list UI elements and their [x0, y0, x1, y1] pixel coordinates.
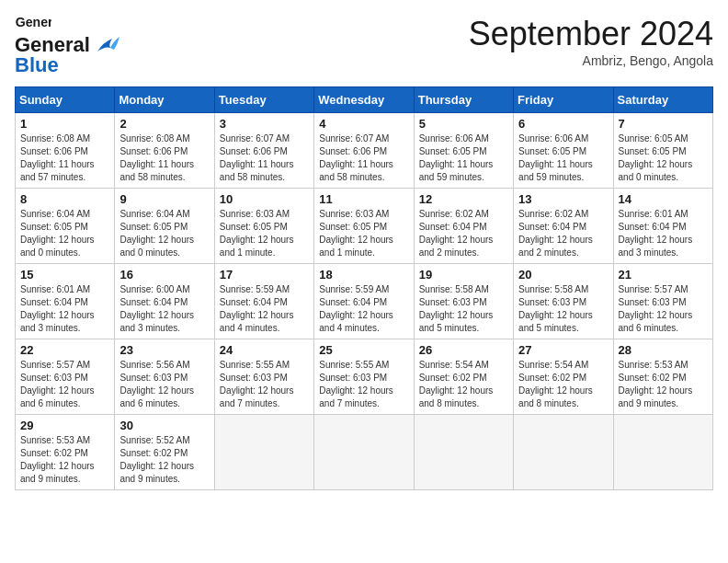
day-info: Sunrise: 6:03 AM Sunset: 6:05 PM Dayligh… — [319, 208, 408, 259]
calendar-week-2: 8 Sunrise: 6:04 AM Sunset: 6:05 PM Dayli… — [16, 189, 713, 264]
calendar-cell: 20 Sunrise: 5:58 AM Sunset: 6:03 PM Dayl… — [514, 264, 613, 339]
calendar-cell: 26 Sunrise: 5:54 AM Sunset: 6:02 PM Dayl… — [414, 339, 513, 415]
day-number: 30 — [119, 419, 209, 432]
day-info: Sunrise: 6:07 AM Sunset: 6:06 PM Dayligh… — [319, 132, 408, 184]
weekday-saturday: Saturday — [613, 87, 712, 113]
day-info: Sunrise: 6:02 AM Sunset: 6:04 PM Dayligh… — [419, 208, 508, 259]
day-number: 12 — [419, 192, 508, 206]
weekday-monday: Monday — [115, 87, 214, 113]
day-info: Sunrise: 5:54 AM Sunset: 6:02 PM Dayligh… — [419, 359, 508, 410]
day-number: 10 — [220, 192, 309, 206]
day-info: Sunrise: 5:53 AM Sunset: 6:02 PM Dayligh… — [20, 434, 109, 486]
day-info: Sunrise: 6:01 AM Sunset: 6:04 PM Dayligh… — [619, 208, 708, 259]
calendar-cell: 1 Sunrise: 6:08 AM Sunset: 6:06 PM Dayli… — [16, 113, 115, 189]
logo-bird-icon — [94, 35, 119, 55]
day-number: 3 — [220, 117, 309, 131]
weekday-thursday: Thursday — [414, 87, 513, 113]
calendar-cell: 18 Sunrise: 5:59 AM Sunset: 6:04 PM Dayl… — [314, 264, 414, 339]
day-info: Sunrise: 6:05 AM Sunset: 6:05 PM Dayligh… — [619, 132, 708, 184]
day-number: 5 — [419, 117, 508, 131]
day-info: Sunrise: 6:06 AM Sunset: 6:05 PM Dayligh… — [518, 132, 608, 184]
calendar-cell: 27 Sunrise: 5:54 AM Sunset: 6:02 PM Dayl… — [514, 339, 613, 415]
day-info: Sunrise: 6:08 AM Sunset: 6:06 PM Dayligh… — [20, 132, 109, 184]
day-number: 1 — [20, 117, 109, 131]
calendar-cell: 30 Sunrise: 5:52 AM Sunset: 6:02 PM Dayl… — [115, 415, 214, 490]
day-number: 9 — [119, 192, 209, 206]
day-number: 23 — [119, 343, 209, 357]
calendar-cell: 7 Sunrise: 6:05 AM Sunset: 6:05 PM Dayli… — [613, 113, 712, 189]
calendar-cell — [414, 415, 513, 490]
calendar-cell: 21 Sunrise: 5:57 AM Sunset: 6:03 PM Dayl… — [613, 264, 712, 339]
calendar-cell: 15 Sunrise: 6:01 AM Sunset: 6:04 PM Dayl… — [16, 264, 115, 339]
day-number: 15 — [20, 268, 109, 282]
day-info: Sunrise: 5:59 AM Sunset: 6:04 PM Dayligh… — [220, 283, 309, 335]
day-number: 24 — [220, 343, 309, 357]
calendar-cell: 8 Sunrise: 6:04 AM Sunset: 6:05 PM Dayli… — [16, 189, 115, 264]
calendar-cell: 24 Sunrise: 5:55 AM Sunset: 6:03 PM Dayl… — [214, 339, 313, 415]
weekday-sunday: Sunday — [16, 87, 115, 113]
calendar-cell — [214, 415, 313, 490]
calendar-cell: 16 Sunrise: 6:00 AM Sunset: 6:04 PM Dayl… — [115, 264, 214, 339]
day-number: 22 — [20, 343, 109, 357]
calendar-cell: 6 Sunrise: 6:06 AM Sunset: 6:05 PM Dayli… — [514, 113, 613, 189]
day-number: 14 — [619, 192, 708, 206]
day-info: Sunrise: 5:56 AM Sunset: 6:03 PM Dayligh… — [119, 359, 209, 410]
calendar-cell — [613, 415, 712, 490]
day-info: Sunrise: 6:04 AM Sunset: 6:05 PM Dayligh… — [119, 208, 209, 259]
calendar-cell: 28 Sunrise: 5:53 AM Sunset: 6:02 PM Dayl… — [613, 339, 712, 415]
weekday-tuesday: Tuesday — [214, 87, 313, 113]
logo-blue: Blue — [15, 53, 59, 77]
calendar-body: 1 Sunrise: 6:08 AM Sunset: 6:06 PM Dayli… — [16, 113, 713, 490]
day-info: Sunrise: 6:08 AM Sunset: 6:06 PM Dayligh… — [119, 132, 209, 184]
day-number: 13 — [518, 192, 608, 206]
calendar-cell: 13 Sunrise: 6:02 AM Sunset: 6:04 PM Dayl… — [514, 189, 613, 264]
day-info: Sunrise: 6:03 AM Sunset: 6:05 PM Dayligh… — [220, 208, 309, 259]
day-number: 25 — [319, 343, 408, 357]
calendar-cell: 22 Sunrise: 5:57 AM Sunset: 6:03 PM Dayl… — [16, 339, 115, 415]
day-info: Sunrise: 5:54 AM Sunset: 6:02 PM Dayligh… — [518, 359, 608, 410]
page-header: General General Blue September 2024 Ambr… — [15, 15, 713, 77]
calendar-week-3: 15 Sunrise: 6:01 AM Sunset: 6:04 PM Dayl… — [16, 264, 713, 339]
day-info: Sunrise: 6:01 AM Sunset: 6:04 PM Dayligh… — [20, 283, 109, 335]
calendar-cell: 14 Sunrise: 6:01 AM Sunset: 6:04 PM Dayl… — [613, 189, 712, 264]
calendar-cell — [314, 415, 414, 490]
logo: General General Blue — [15, 15, 119, 77]
calendar-cell: 23 Sunrise: 5:56 AM Sunset: 6:03 PM Dayl… — [115, 339, 214, 415]
day-number: 16 — [119, 268, 209, 282]
day-info: Sunrise: 6:07 AM Sunset: 6:06 PM Dayligh… — [220, 132, 309, 184]
calendar-cell: 10 Sunrise: 6:03 AM Sunset: 6:05 PM Dayl… — [214, 189, 313, 264]
day-number: 28 — [619, 343, 708, 357]
calendar-cell: 3 Sunrise: 6:07 AM Sunset: 6:06 PM Dayli… — [214, 113, 313, 189]
day-number: 17 — [220, 268, 309, 282]
day-number: 21 — [619, 268, 708, 282]
day-info: Sunrise: 6:02 AM Sunset: 6:04 PM Dayligh… — [518, 208, 608, 259]
calendar-week-4: 22 Sunrise: 5:57 AM Sunset: 6:03 PM Dayl… — [16, 339, 713, 415]
location: Ambriz, Bengo, Angola — [469, 53, 713, 68]
day-info: Sunrise: 5:55 AM Sunset: 6:03 PM Dayligh… — [220, 359, 309, 410]
day-info: Sunrise: 5:52 AM Sunset: 6:02 PM Dayligh… — [119, 434, 209, 486]
day-info: Sunrise: 5:59 AM Sunset: 6:04 PM Dayligh… — [319, 283, 408, 335]
day-info: Sunrise: 5:58 AM Sunset: 6:03 PM Dayligh… — [518, 283, 608, 335]
day-number: 26 — [419, 343, 508, 357]
calendar-cell: 4 Sunrise: 6:07 AM Sunset: 6:06 PM Dayli… — [314, 113, 414, 189]
calendar-cell: 12 Sunrise: 6:02 AM Sunset: 6:04 PM Dayl… — [414, 189, 513, 264]
day-number: 4 — [319, 117, 408, 131]
day-info: Sunrise: 6:06 AM Sunset: 6:05 PM Dayligh… — [419, 132, 508, 184]
calendar-cell — [514, 415, 613, 490]
calendar-cell: 17 Sunrise: 5:59 AM Sunset: 6:04 PM Dayl… — [214, 264, 313, 339]
calendar-cell: 29 Sunrise: 5:53 AM Sunset: 6:02 PM Dayl… — [16, 415, 115, 490]
day-info: Sunrise: 6:04 AM Sunset: 6:05 PM Dayligh… — [20, 208, 109, 259]
day-number: 20 — [518, 268, 608, 282]
day-info: Sunrise: 5:55 AM Sunset: 6:03 PM Dayligh… — [319, 359, 408, 410]
calendar-table: SundayMondayTuesdayWednesdayThursdayFrid… — [15, 86, 713, 490]
calendar-week-1: 1 Sunrise: 6:08 AM Sunset: 6:06 PM Dayli… — [16, 113, 713, 189]
month-title: September 2024 — [469, 15, 713, 53]
title-block: September 2024 Ambriz, Bengo, Angola — [469, 15, 713, 68]
day-info: Sunrise: 5:57 AM Sunset: 6:03 PM Dayligh… — [619, 283, 708, 335]
day-number: 8 — [20, 192, 109, 206]
day-number: 6 — [518, 117, 608, 131]
calendar-week-5: 29 Sunrise: 5:53 AM Sunset: 6:02 PM Dayl… — [16, 415, 713, 490]
day-info: Sunrise: 6:00 AM Sunset: 6:04 PM Dayligh… — [119, 283, 209, 335]
svg-text:General: General — [16, 15, 51, 29]
calendar-cell: 19 Sunrise: 5:58 AM Sunset: 6:03 PM Dayl… — [414, 264, 513, 339]
